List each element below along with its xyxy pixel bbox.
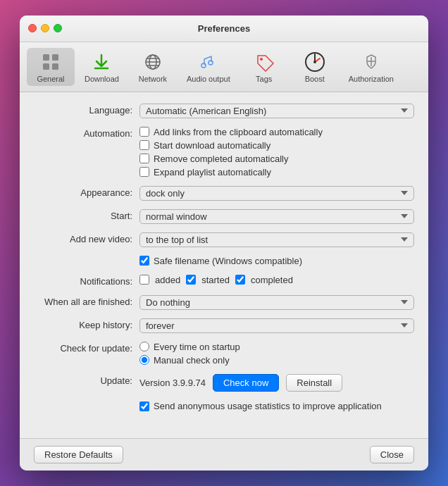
start-control: normal window minimized hidden [139, 209, 414, 224]
svg-point-10 [201, 63, 206, 68]
appearance-label: Appearance: [34, 186, 139, 198]
language-label: Language: [34, 104, 139, 116]
language-select[interactable]: Automatic (American English) [139, 104, 414, 118]
appearance-select[interactable]: dock only normal window menu bar only [139, 186, 414, 201]
automation-start-row: Start download automatically [139, 140, 414, 151]
notify-started-label: started [201, 275, 230, 285]
reinstall-button[interactable]: Reinstall [286, 374, 342, 392]
svg-rect-0 [43, 54, 49, 61]
minimize-button[interactable] [41, 24, 49, 32]
safe-filename-label: Safe filename (Windows compatible) [154, 256, 302, 266]
svg-point-14 [313, 61, 316, 63]
tab-download[interactable]: Download [77, 48, 126, 86]
update-control: Version 3.9.9.74 Check now Reinstall [139, 374, 414, 392]
keep-history-select[interactable]: forever 1 day 1 week 1 month [139, 318, 414, 333]
tab-boost-label: Boost [305, 75, 325, 83]
keep-history-row: Keep history: forever 1 day 1 week 1 mon… [34, 318, 414, 333]
toolbar: General Download Network [20, 42, 428, 92]
check-manual-label: Manual check only [154, 355, 230, 366]
automation-expand-row: Expand playlist automatically [139, 167, 414, 177]
check-startup-label: Every time on startup [154, 342, 240, 352]
notifications-row: Notifications: added started completed [34, 275, 414, 287]
when-finished-row: When all are finished: Do nothing Quit S… [34, 295, 414, 310]
keep-history-label: Keep history: [34, 318, 139, 330]
svg-point-11 [209, 61, 213, 65]
check-update-label: Check for update: [34, 342, 139, 354]
check-startup-row: Every time on startup [139, 342, 414, 352]
tab-auth-label: Authorization [349, 75, 394, 83]
svg-rect-3 [52, 63, 58, 70]
general-icon [39, 51, 62, 73]
notify-completed-label: completed [251, 275, 293, 285]
update-label: Update: [34, 374, 139, 386]
version-text: Version 3.9.9.74 [139, 378, 206, 388]
start-download-label: Start download automatically [154, 140, 270, 151]
clipboard-label: Add links from the clipboard automatical… [154, 127, 323, 137]
preferences-window: Preferences General Download [20, 15, 428, 471]
language-row: Language: Automatic (American English) [34, 104, 414, 118]
expand-playlist-checkbox[interactable] [139, 167, 149, 177]
remove-completed-checkbox[interactable] [139, 154, 149, 163]
tab-boost[interactable]: Boost [291, 48, 339, 86]
close-button[interactable] [28, 24, 37, 32]
appearance-row: Appearance: dock only normal window menu… [34, 186, 414, 201]
start-download-checkbox[interactable] [139, 140, 149, 150]
anonymous-row: Send anonymous usage statistics to impro… [139, 400, 414, 413]
safe-filename-checkbox[interactable] [139, 256, 149, 266]
start-label: Start: [34, 209, 139, 221]
notifications-label: Notifications: [34, 275, 139, 287]
start-select[interactable]: normal window minimized hidden [139, 209, 414, 224]
tab-authorization[interactable]: Authorization [342, 48, 401, 86]
auth-icon [360, 51, 382, 73]
tab-tags[interactable]: Tags [240, 48, 288, 86]
window-title: Preferences [198, 23, 250, 34]
check-startup-radio[interactable] [139, 342, 149, 351]
when-finished-label: When all are finished: [34, 295, 139, 307]
tab-download-label: Download [85, 75, 119, 83]
version-row: Version 3.9.9.74 Check now Reinstall [139, 374, 414, 392]
automation-row: Automation: Add links from the clipboard… [34, 127, 414, 177]
automation-label: Automation: [34, 127, 139, 139]
clipboard-checkbox[interactable] [139, 127, 149, 137]
notify-added-checkbox[interactable] [139, 275, 149, 285]
svg-rect-2 [43, 63, 49, 70]
restore-defaults-button[interactable]: Restore Defaults [34, 446, 123, 463]
tab-general[interactable]: General [27, 48, 75, 86]
network-icon [142, 51, 164, 73]
notifications-control: added started completed [139, 275, 414, 285]
preferences-content: Language: Automatic (American English) A… [20, 92, 428, 438]
add-video-label: Add new video: [34, 232, 139, 244]
remove-completed-label: Remove completed automatically [154, 154, 288, 164]
audio-icon [197, 51, 220, 73]
when-finished-control: Do nothing Quit Sleep Shutdown [139, 295, 414, 310]
tab-network[interactable]: Network [129, 48, 177, 86]
add-video-select[interactable]: to the top of list to the bottom of list [139, 232, 414, 247]
when-finished-select[interactable]: Do nothing Quit Sleep Shutdown [139, 295, 414, 310]
tab-audio-label: Audio output [187, 75, 230, 83]
notifications-options: added started completed [139, 275, 414, 285]
check-manual-row: Manual check only [139, 355, 414, 366]
tab-audio[interactable]: Audio output [180, 48, 237, 86]
notify-completed-checkbox[interactable] [235, 275, 245, 285]
maximize-button[interactable] [54, 24, 62, 32]
boost-icon [304, 51, 326, 73]
anonymous-checkbox[interactable] [139, 401, 149, 411]
appearance-control: dock only normal window menu bar only [139, 186, 414, 201]
notify-started-checkbox[interactable] [186, 275, 196, 285]
automation-remove-row: Remove completed automatically [139, 154, 414, 164]
keep-history-control: forever 1 day 1 week 1 month [139, 318, 414, 333]
check-update-row: Check for update: Every time on startup … [34, 342, 414, 366]
update-row: Update: Version 3.9.9.74 Check now Reins… [34, 374, 414, 392]
titlebar: Preferences [20, 15, 428, 42]
tab-network-label: Network [139, 75, 167, 83]
check-now-button[interactable]: Check now [213, 374, 279, 392]
tags-icon [253, 51, 275, 73]
safe-filename-row: Safe filename (Windows compatible) [139, 256, 414, 266]
add-video-control: to the top of list to the bottom of list [139, 232, 414, 247]
check-manual-radio[interactable] [139, 355, 149, 365]
notify-added-label: added [155, 275, 180, 285]
start-row: Start: normal window minimized hidden [34, 209, 414, 224]
close-button[interactable]: Close [370, 446, 414, 463]
language-control: Automatic (American English) [139, 104, 414, 118]
automation-control: Add links from the clipboard automatical… [139, 127, 414, 177]
